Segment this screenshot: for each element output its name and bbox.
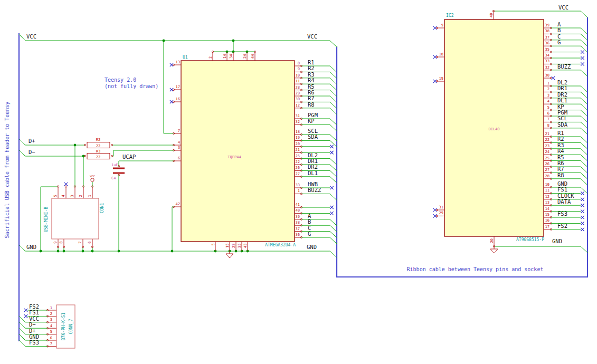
vcc-symbol-label: VCC xyxy=(90,175,95,178)
net-label: DL2 xyxy=(308,152,318,158)
pin-number: 3 xyxy=(50,318,52,322)
pin-number: 28 xyxy=(545,174,549,178)
pin-number: 25 xyxy=(545,156,549,160)
pin-number: 29 xyxy=(296,91,300,95)
pin-number: 11 xyxy=(296,79,300,83)
pin-number: 41 xyxy=(296,203,300,207)
pin-number: 9 xyxy=(53,242,58,244)
net-label: R3 xyxy=(308,71,315,78)
pin-number: 4 xyxy=(61,195,65,197)
net-label: FS2 xyxy=(557,223,567,229)
pin-number: 9 xyxy=(441,23,443,27)
pin-number: 12 xyxy=(296,103,300,108)
pin-number: 14 xyxy=(223,54,227,59)
net-label: R5 xyxy=(308,83,315,90)
pin-number: 2 xyxy=(209,56,213,59)
net-label: R6 xyxy=(308,89,315,95)
pin-number: 6 xyxy=(88,242,92,244)
net-label: D− xyxy=(29,321,36,328)
r3-reference: R3 xyxy=(96,149,100,154)
conn7-reference: CONN_7 xyxy=(69,319,73,334)
u1-package: TQFP44 xyxy=(228,155,241,159)
pin-number: 33 xyxy=(545,59,549,63)
pin-number: 19 xyxy=(296,136,300,140)
pin-number: 16 xyxy=(176,97,180,101)
pin-number: 39 xyxy=(296,215,300,219)
pin-number: 23 xyxy=(232,244,236,248)
net-label-vcc-u1: VCC xyxy=(307,33,317,40)
pin-number: 21 xyxy=(296,148,300,152)
pin-number: 32 xyxy=(296,120,300,124)
net-label: C xyxy=(557,33,561,40)
net-label: PGM xyxy=(557,109,567,116)
pin-number: 44 xyxy=(251,54,255,59)
pin-number: 22 xyxy=(296,160,300,164)
net-label: FS3 xyxy=(557,210,567,217)
ic2-reference: IC2 xyxy=(446,13,454,18)
net-label: CLOCK xyxy=(557,193,574,199)
pin-number: 27 xyxy=(545,168,549,172)
pin-number: 25 xyxy=(296,154,300,158)
net-label: R2 xyxy=(308,65,315,71)
junction-dot xyxy=(232,40,235,42)
net-label-gnd-left: GND xyxy=(26,244,36,250)
r3-value: 22 xyxy=(96,155,100,159)
pin-number: 31 xyxy=(439,205,443,209)
c4-value: 1uF xyxy=(111,163,118,167)
net-label-ucap: UCAP xyxy=(122,154,136,160)
pin-number: 3 xyxy=(178,146,180,150)
net-label-gnd-u1: GND xyxy=(307,244,317,250)
pin-number: 40 xyxy=(296,208,300,213)
pin-number: 10 xyxy=(296,73,300,78)
net-label: R7 xyxy=(308,95,315,101)
net-label: DR1 xyxy=(308,158,318,164)
pin-number: 26 xyxy=(545,162,549,166)
pin-number: 8 xyxy=(298,61,300,65)
net-label: FS3 xyxy=(29,339,39,346)
net-label-vcc-left: VCC xyxy=(26,33,36,40)
note-teensy-line1: Teensy 2.0 xyxy=(105,77,136,83)
net-label: BUZZ xyxy=(557,63,571,70)
capacitor-plate xyxy=(113,173,125,174)
net-label: R8 xyxy=(557,172,564,178)
net-label: DATA xyxy=(557,198,571,205)
pin-number: 30 xyxy=(545,73,549,78)
pin-number: 8 xyxy=(59,242,63,244)
net-label-gnd-ic2: GND xyxy=(552,238,562,244)
pin-number: 1 xyxy=(88,195,92,197)
pin-number: 13 xyxy=(176,60,180,64)
junction-dot xyxy=(163,40,165,42)
net-label-dminus: D− xyxy=(29,149,35,155)
net-label: DL2 xyxy=(557,79,567,85)
net-label: B xyxy=(557,27,561,33)
pin-number: 20 xyxy=(296,142,300,146)
pin-number: 7 xyxy=(50,342,52,346)
u1-part-number: ATMEGA32U4-A xyxy=(265,243,296,247)
pin-number: 1 xyxy=(50,306,52,310)
pin-number: 7 xyxy=(178,129,180,133)
pin-number: 7 xyxy=(547,117,549,121)
pin-number: 4 xyxy=(547,99,549,103)
pin-number: 27 xyxy=(296,172,300,176)
net-label: R5 xyxy=(557,154,564,160)
pin-number: 38 xyxy=(296,221,300,225)
con1-reference: CON1 xyxy=(100,203,105,213)
net-label: PGM xyxy=(308,112,318,118)
pin-number: 5 xyxy=(53,195,58,197)
pin-number: 15 xyxy=(225,244,230,248)
pin-number: 17 xyxy=(545,225,549,229)
pin-number: 29 xyxy=(439,211,443,215)
net-label: G xyxy=(308,231,311,237)
net-label: KP xyxy=(308,118,315,124)
pin-number: 24 xyxy=(243,54,247,59)
net-label: SDA xyxy=(557,121,568,128)
pin-number: 17 xyxy=(176,85,180,89)
capacitor-plate xyxy=(113,168,125,169)
net-label: VCC xyxy=(29,315,39,322)
net-label: FS1 xyxy=(29,309,39,315)
ic2-package: DIL40 xyxy=(488,127,499,131)
net-label: DL1 xyxy=(308,170,318,176)
net-label: G xyxy=(557,39,561,45)
pin-number: 28 xyxy=(296,85,300,90)
con1-part-number: USB-MINI-B xyxy=(44,207,49,232)
